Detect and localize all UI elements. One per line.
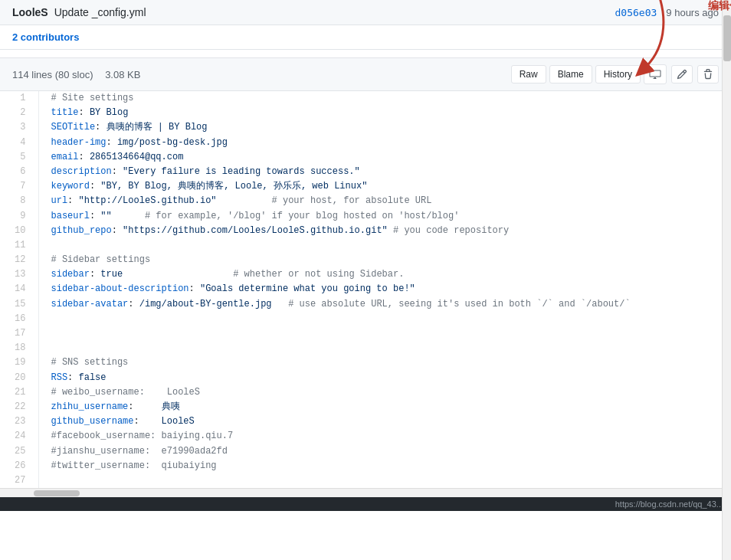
table-row: 6description: "Every failure is leading … (0, 165, 731, 179)
table-row: 15sidebar-avatar: /img/about-BY-gentle.j… (0, 297, 731, 312)
table-row: 9baseurl: "" # for example, '/blog' if y… (0, 209, 731, 224)
line-code: url: "http://LooleS.github.io" # your ho… (38, 194, 731, 208)
line-number: 9 (0, 209, 38, 224)
trash-icon (703, 69, 713, 80)
table-row: 13sidebar: true # whether or not using S… (0, 267, 731, 282)
vertical-scrollbar[interactable] (722, 0, 731, 560)
line-code: sidebar-about-description: "Goals determ… (38, 282, 731, 296)
commit-bar: LooleS Update _config.yml d056e03 9 hour… (0, 0, 731, 25)
line-number: 26 (0, 459, 38, 473)
line-number: 2 (0, 106, 38, 120)
line-code: # Site settings (38, 91, 731, 106)
table-row: 14sidebar-about-description: "Goals dete… (0, 282, 731, 296)
display-icon-button[interactable] (644, 64, 667, 84)
line-number: 12 (0, 253, 38, 267)
file-size: 3.08 KB (105, 69, 140, 80)
line-code: sidebar: true # whether or not using Sid… (38, 267, 731, 282)
line-number: 1 (0, 91, 38, 106)
line-code: #jianshu_username: e71990ada2fd (38, 444, 731, 459)
line-code (38, 238, 731, 253)
line-number: 14 (0, 282, 38, 296)
commit-hash[interactable]: d056e03 (615, 7, 657, 18)
line-number: 6 (0, 165, 38, 179)
line-number: 10 (0, 224, 38, 238)
table-row: 11 (0, 238, 731, 253)
line-code (38, 312, 731, 326)
table-row: 4header-img: img/post-bg-desk.jpg (0, 136, 731, 150)
table-row: 27 (0, 473, 731, 488)
h-scroll-thumb[interactable] (34, 490, 80, 496)
file-stats: 114 lines (80 sloc) 3.08 KB (12, 69, 149, 80)
commit-message: Update _config.yml (54, 6, 146, 18)
line-number: 15 (0, 297, 38, 312)
line-number: 11 (0, 238, 38, 253)
table-row: 23github_username: LooleS (0, 414, 731, 429)
horizontal-scrollbar[interactable] (0, 488, 731, 497)
raw-button[interactable]: Raw (511, 65, 546, 84)
commit-meta: d056e03 9 hours ago (615, 7, 719, 18)
line-code: #twitter_username: qiubaiying (38, 459, 731, 473)
line-code: sidebar-avatar: /img/about-BY-gentle.jpg… (38, 297, 731, 312)
v-scroll-thumb[interactable] (723, 15, 731, 61)
monitor-icon (649, 68, 661, 80)
table-row: 24#facebook_username: baiying.qiu.7 (0, 429, 731, 444)
line-number: 25 (0, 444, 38, 459)
line-code: baseurl: "" # for example, '/blog' if yo… (38, 209, 731, 224)
line-number: 19 (0, 355, 38, 370)
blame-button[interactable]: Blame (549, 65, 592, 84)
line-code: keyword: "BY, BY Blog, 典咦的博客, Loole, 孙乐乐… (38, 179, 731, 194)
status-bar: https://blog.csdn.net/qq_43... (0, 497, 731, 511)
line-code: SEOTitle: 典咦的博客 | BY Blog (38, 120, 731, 135)
history-button[interactable]: History (595, 65, 641, 84)
line-number: 3 (0, 120, 38, 135)
line-code (38, 326, 731, 341)
line-code (38, 473, 731, 488)
table-row: 2title: BY Blog (0, 106, 731, 120)
commit-time: 9 hours ago (666, 7, 719, 18)
code-container: 1# Site settings2title: BY Blog3SEOTitle… (0, 91, 731, 488)
line-number: 22 (0, 400, 38, 414)
line-number: 24 (0, 429, 38, 444)
commit-author[interactable]: LooleS (12, 6, 48, 18)
table-row: 1# Site settings (0, 91, 731, 106)
line-code: header-img: img/post-bg-desk.jpg (38, 136, 731, 150)
line-code (38, 341, 731, 355)
line-code: zhihu_username: 典咦 (38, 400, 731, 414)
table-row: 21# weibo_username: LooleS (0, 385, 731, 400)
table-row: 26#twitter_username: qiubaiying (0, 459, 731, 473)
contributors-bar: 2 contributors (0, 25, 731, 50)
line-number: 20 (0, 371, 38, 385)
code-table: 1# Site settings2title: BY Blog3SEOTitle… (0, 91, 731, 488)
table-row: 5email: 2865134664@qq.com (0, 150, 731, 165)
line-number: 16 (0, 312, 38, 326)
pencil-icon (677, 69, 687, 80)
table-row: 8url: "http://LooleS.github.io" # your h… (0, 194, 731, 208)
edit-button[interactable] (671, 65, 693, 84)
file-header: 114 lines (80 sloc) 3.08 KB Raw Blame Hi… (0, 57, 731, 91)
action-icons-group: 编辑修改 (644, 64, 667, 84)
table-row: 25#jianshu_username: e71990ada2fd (0, 444, 731, 459)
table-row: 18 (0, 341, 731, 355)
line-number: 8 (0, 194, 38, 208)
line-number: 7 (0, 179, 38, 194)
table-row: 3SEOTitle: 典咦的博客 | BY Blog (0, 120, 731, 135)
line-code: github_repo: "https://github.com/Looles/… (38, 224, 731, 238)
line-number: 17 (0, 326, 38, 341)
line-code: github_username: LooleS (38, 414, 731, 429)
table-row: 19# SNS settings (0, 355, 731, 370)
line-number: 13 (0, 267, 38, 282)
table-row: 7keyword: "BY, BY Blog, 典咦的博客, Loole, 孙乐… (0, 179, 731, 194)
table-row: 20RSS: false (0, 371, 731, 385)
line-code: # Sidebar settings (38, 253, 731, 267)
contributors-link[interactable]: 2 contributors (12, 31, 79, 43)
line-number: 5 (0, 150, 38, 165)
delete-button[interactable] (697, 65, 719, 84)
line-code: email: 2865134664@qq.com (38, 150, 731, 165)
commit-info: LooleS Update _config.yml (12, 6, 146, 18)
line-count: 114 lines (80 sloc) (12, 69, 93, 80)
line-number: 27 (0, 473, 38, 488)
line-number: 23 (0, 414, 38, 429)
table-row: 22zhihu_username: 典咦 (0, 400, 731, 414)
file-actions: Raw Blame History (511, 64, 719, 84)
line-code: # SNS settings (38, 355, 731, 370)
